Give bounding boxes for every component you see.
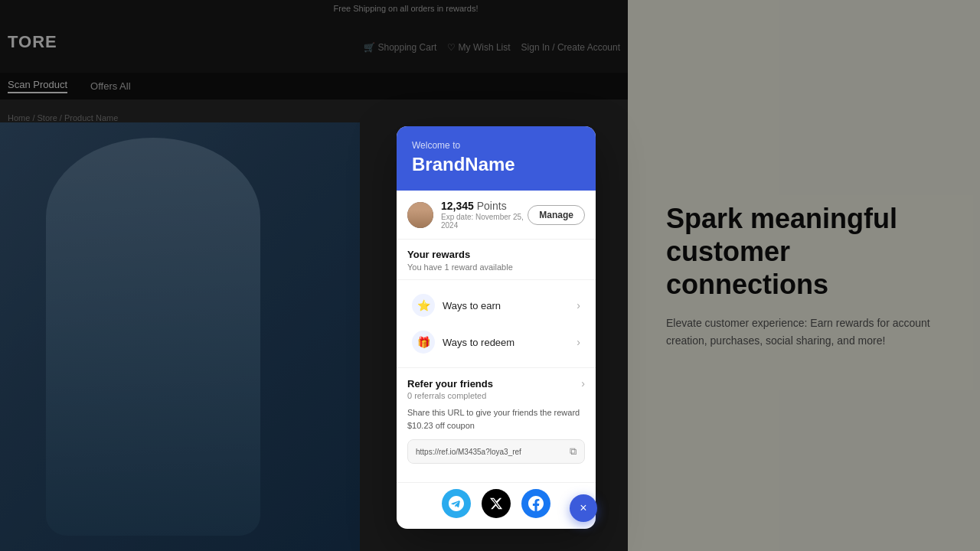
ways-earn-left: ⭐ Ways to earn bbox=[412, 294, 501, 317]
refer-url-row: https://ref.io/M3435a?loya3_ref ⧉ bbox=[407, 439, 585, 464]
avatar bbox=[407, 202, 433, 228]
avatar-face bbox=[407, 202, 433, 228]
telegram-button[interactable] bbox=[442, 489, 471, 518]
refer-chevron: › bbox=[581, 377, 585, 390]
close-icon: × bbox=[580, 501, 586, 515]
points-expiry: Exp date: November 25, 2024 bbox=[441, 213, 528, 230]
ways-earn-label: Ways to earn bbox=[443, 300, 501, 311]
refer-description: Share this URL to give your friends the … bbox=[407, 406, 585, 432]
ways-redeem-icon: 🎁 bbox=[412, 331, 435, 354]
modal-header: Welcome to BrandName bbox=[397, 126, 596, 191]
refer-count: 0 referrals completed bbox=[407, 391, 585, 400]
ways-to-earn-item[interactable]: ⭐ Ways to earn › bbox=[407, 288, 585, 323]
ways-redeem-left: 🎁 Ways to redeem bbox=[412, 331, 514, 354]
brand-name: BrandName bbox=[412, 154, 580, 175]
welcome-label: Welcome to bbox=[412, 140, 580, 151]
ways-redeem-chevron: › bbox=[577, 336, 580, 348]
close-button[interactable]: × bbox=[570, 494, 597, 522]
ways-redeem-label: Ways to redeem bbox=[443, 337, 514, 348]
copy-icon[interactable]: ⧉ bbox=[570, 445, 577, 458]
ways-earn-icon: ⭐ bbox=[412, 294, 435, 317]
ways-to-redeem-item[interactable]: 🎁 Ways to redeem › bbox=[407, 324, 585, 360]
ways-earn-chevron: › bbox=[577, 299, 580, 311]
refer-section: Refer your friends › 0 referrals complet… bbox=[397, 368, 596, 483]
x-twitter-button[interactable] bbox=[482, 489, 511, 518]
facebook-button[interactable] bbox=[521, 489, 550, 518]
points-number: 12,345 bbox=[441, 200, 474, 212]
points-left: 12,345 Points Exp date: November 25, 202… bbox=[407, 200, 528, 230]
refer-title: Refer your friends bbox=[407, 378, 493, 390]
refer-header[interactable]: Refer your friends › bbox=[407, 377, 585, 390]
social-row bbox=[397, 483, 596, 529]
rewards-subtitle: You have 1 reward available bbox=[407, 262, 585, 272]
points-info: 12,345 Points Exp date: November 25, 202… bbox=[441, 200, 528, 230]
rewards-modal: Welcome to BrandName 12,345 Points Exp d… bbox=[397, 126, 596, 529]
refer-url: https://ref.io/M3435a?loya3_ref bbox=[416, 448, 565, 456]
points-count: 12,345 Points bbox=[441, 200, 528, 212]
rewards-title: Your rewards bbox=[407, 249, 585, 260]
points-label: Points bbox=[477, 200, 507, 212]
rewards-section: Your rewards You have 1 reward available bbox=[397, 240, 596, 280]
points-row: 12,345 Points Exp date: November 25, 202… bbox=[397, 191, 596, 240]
manage-button[interactable]: Manage bbox=[528, 205, 585, 225]
menu-section: ⭐ Ways to earn › 🎁 Ways to redeem › bbox=[397, 280, 596, 368]
